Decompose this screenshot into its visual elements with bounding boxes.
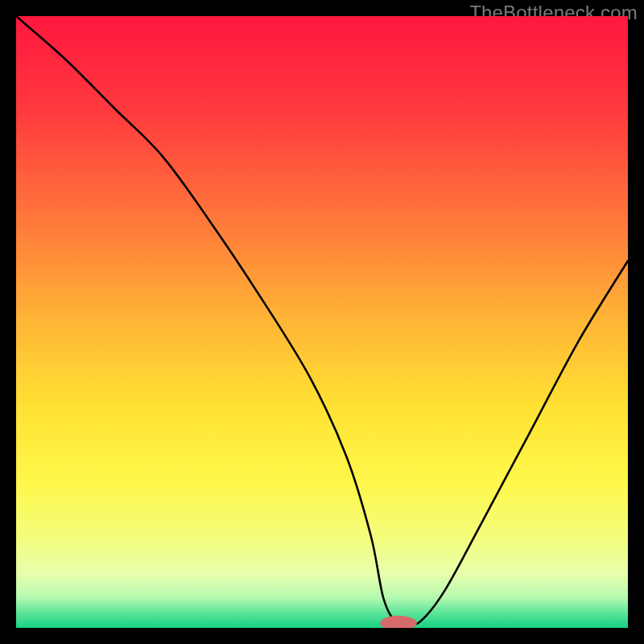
bottleneck-chart <box>16 16 628 628</box>
chart-frame: { "watermark": "TheBottleneck.com", "cha… <box>0 0 644 644</box>
gradient-background <box>16 16 628 628</box>
